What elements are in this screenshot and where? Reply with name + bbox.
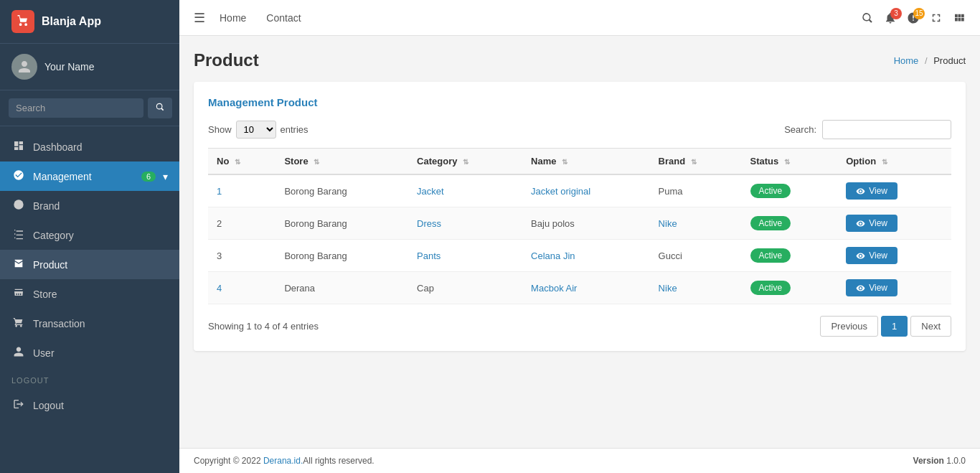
- table-row: 2 Borong Barang Dress Baju polos Nike Ac…: [208, 207, 951, 240]
- view-button[interactable]: View: [846, 215, 897, 232]
- cell-store: Borong Barang: [275, 240, 408, 272]
- entries-select[interactable]: 10 25 50 100: [236, 121, 276, 139]
- cell-brand: Nike: [650, 272, 742, 304]
- main-area: ☰ Home Contact 3 15: [179, 0, 980, 473]
- table-link[interactable]: Dress: [417, 218, 441, 229]
- sidebar-nav: Dashboard Management 6 ▾ Brand: [0, 126, 179, 473]
- cell-brand: Nike: [650, 207, 742, 240]
- table-link[interactable]: 4: [217, 283, 222, 294]
- sidebar-item-management[interactable]: Management 6 ▾: [0, 161, 179, 191]
- sort-icon-name: ⇅: [562, 158, 567, 166]
- table-link[interactable]: Pants: [417, 250, 440, 261]
- sidebar-transaction-label: Transaction: [33, 318, 168, 329]
- col-status: Status ⇅: [742, 149, 838, 175]
- sidebar-item-user[interactable]: User: [0, 338, 179, 367]
- search-topbar-button[interactable]: [861, 11, 874, 24]
- product-icon: [11, 258, 26, 271]
- avatar: [11, 54, 37, 80]
- sidebar-store-label: Store: [33, 289, 168, 300]
- status-badge: Active: [750, 184, 791, 198]
- sidebar-item-logout[interactable]: Logout: [0, 390, 179, 420]
- breadcrumb-current: Product: [933, 55, 966, 66]
- topbar-home-link[interactable]: Home: [217, 12, 249, 24]
- cell-status: Active: [742, 174, 838, 207]
- pagination: Previous 1 Next: [820, 316, 951, 337]
- sidebar-category-label: Category: [33, 230, 168, 241]
- management-icon: [11, 169, 26, 183]
- notification-button[interactable]: 3: [884, 11, 897, 24]
- cell-name: Jacket original: [522, 174, 650, 207]
- show-label: Show: [208, 124, 232, 135]
- col-brand: Brand ⇅: [650, 149, 742, 175]
- table-link[interactable]: Macbok Air: [531, 283, 577, 294]
- sidebar-user-label: User: [33, 347, 168, 359]
- menu-toggle-icon[interactable]: ☰: [194, 10, 205, 26]
- table-link[interactable]: Jacket: [417, 186, 444, 197]
- footer-brand-link[interactable]: Derana.id.: [263, 456, 303, 466]
- transaction-icon: [11, 317, 26, 330]
- cell-no: 2: [208, 207, 275, 240]
- breadcrumb-home-link[interactable]: Home: [894, 55, 919, 66]
- table-link[interactable]: Nike: [659, 283, 677, 294]
- table-row: 4 Derana Cap Macbok Air Nike Active View: [208, 272, 951, 304]
- sidebar-brand: Blanja App: [0, 0, 179, 44]
- view-button[interactable]: View: [846, 247, 897, 264]
- sidebar-product-label: Product: [33, 259, 168, 271]
- cell-option: View: [837, 240, 951, 272]
- sidebar-item-transaction[interactable]: Transaction: [0, 309, 179, 338]
- cell-option: View: [837, 174, 951, 207]
- table-link[interactable]: Jacket original: [531, 186, 590, 197]
- cell-status: Active: [742, 272, 838, 304]
- sidebar-username: Your Name: [44, 61, 95, 72]
- sidebar-item-category[interactable]: Category: [0, 220, 179, 250]
- table-body: 1 Borong Barang Jacket Jacket original P…: [208, 174, 951, 304]
- sidebar-brand-name: Blanja App: [42, 15, 101, 28]
- cell-store: Borong Barang: [275, 174, 408, 207]
- cell-category: Cap: [408, 272, 522, 304]
- view-button[interactable]: View: [846, 279, 897, 296]
- previous-button[interactable]: Previous: [820, 316, 878, 337]
- sidebar-item-product[interactable]: Product: [0, 250, 179, 279]
- showing-text: Showing 1 to 4 of 4 entries: [208, 321, 319, 332]
- version-label: Version: [913, 456, 944, 466]
- table-search-control: Search:: [784, 120, 951, 139]
- sidebar-search-container: [0, 90, 179, 126]
- search-button[interactable]: [148, 98, 172, 118]
- sidebar: Blanja App Your Name Dashboard: [0, 0, 179, 473]
- product-card: Management Product Show 10 25 50 100 ent…: [194, 82, 966, 351]
- cell-option: View: [837, 207, 951, 240]
- alert-badge: 15: [913, 8, 925, 19]
- expand-button[interactable]: [930, 11, 943, 24]
- chevron-down-icon: ▾: [163, 171, 168, 182]
- status-badge: Active: [750, 281, 791, 295]
- cell-no: 1: [208, 174, 275, 207]
- table-search-input[interactable]: [822, 120, 951, 139]
- sort-icon-status: ⇅: [784, 158, 790, 166]
- sidebar-item-store[interactable]: Store: [0, 279, 179, 309]
- cell-brand: Puma: [650, 174, 742, 207]
- sidebar-item-dashboard[interactable]: Dashboard: [0, 132, 179, 161]
- search-label: Search:: [784, 124, 816, 135]
- next-button[interactable]: Next: [910, 316, 951, 337]
- page-1-button[interactable]: 1: [881, 316, 908, 337]
- topbar-contact-link[interactable]: Contact: [263, 12, 303, 24]
- alert-button[interactable]: 15: [907, 11, 920, 24]
- status-badge: Active: [750, 248, 791, 263]
- sidebar-management-label: Management: [33, 171, 134, 182]
- grid-button[interactable]: [953, 11, 966, 24]
- table-link[interactable]: Nike: [659, 218, 677, 229]
- view-button[interactable]: View: [846, 182, 897, 200]
- table-link[interactable]: Celana Jin: [531, 250, 575, 261]
- content-area: Product Home / Product Management Produc…: [179, 36, 980, 448]
- sidebar-item-brand[interactable]: Brand: [0, 191, 179, 220]
- sort-icon-option: ⇅: [882, 158, 887, 166]
- footer-copyright: Copyright © 2022 Derana.id.All rights re…: [194, 456, 374, 466]
- table-link[interactable]: 1: [217, 186, 222, 197]
- footer-version: Version 1.0.0: [913, 456, 966, 466]
- category-icon: [11, 228, 26, 242]
- user-icon: [11, 346, 26, 360]
- search-input[interactable]: [9, 98, 143, 118]
- page-title: Product: [194, 50, 259, 70]
- sidebar-dashboard-label: Dashboard: [33, 141, 168, 153]
- sort-icon-brand: ⇅: [691, 158, 697, 166]
